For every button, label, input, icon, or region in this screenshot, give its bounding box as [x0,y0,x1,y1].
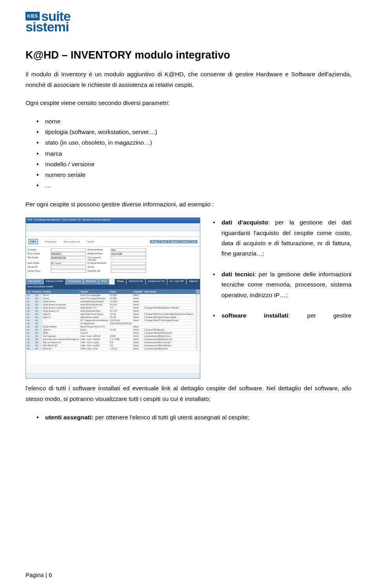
software-table: LinkProduttoreSoftwareVersioneDefaultEse… [26,289,200,364]
brand-sistemi: sistemi [26,21,351,33]
logo: KBS suite sistemi [26,10,351,33]
menu-item[interactable]: Servizi generali [64,241,80,243]
list-item: modello / versione [37,159,351,169]
page-number: 6 [49,571,52,578]
action-tabs: Rileggi Nuovo Aggiorna Elimina Lista [150,240,198,243]
list-item: dati d'acquisto: per la gestione dei dat… [213,217,351,259]
params-list: nome tipologia (software, workstation, s… [37,116,351,191]
tab[interactable]: Nuovo [160,240,168,243]
footer-label: Pagina | [26,571,49,578]
list-action[interactable]: Seleziona Tutti [126,279,145,285]
tab-active[interactable]: Software Installati [44,279,66,285]
list-item: stato (in uso, obsoleto, in magazzino…) [37,137,351,148]
list-item: marca [37,148,351,159]
sw-installati-body: l'elenco di tutti i software installati … [26,383,351,404]
browser-toolbar [26,223,200,231]
list-item: numero seriale [37,169,351,180]
list-item: utenti assegnati: per ottenere l'elenco … [37,412,351,423]
detail-tabs: Dati Acquisto Software Installati Connes… [26,279,200,285]
side-bullets: dati d'acquisto: per la gestione dei dat… [209,217,351,321]
tab[interactable]: Elimina [180,240,190,243]
two-column: KBS - Knowledge Management · Errevi Syst… [26,217,351,379]
page-footer: Pagina | 6 [26,571,52,578]
list-item: nome [37,116,351,127]
tab[interactable]: Dati Acquisto [26,279,44,285]
tab[interactable]: Connessione [66,279,84,285]
screenshot-mock: KBS - Knowledge Management · Errevi Syst… [26,217,200,379]
page-title: K@HD – INVENTORY modulo integrativo [26,49,351,61]
tab[interactable]: Lista [190,240,198,243]
list-item: … [37,180,351,191]
per-cespite-intro: Per ogni cespite si possono gestire dive… [26,199,351,209]
tab[interactable]: Aggiorna [169,240,180,243]
status-bar [26,373,200,378]
list-item: dati tecnici: per la gestione delle info… [213,269,351,300]
params-intro: Ogni cespite viene censito secondo diver… [26,98,351,108]
intro-paragraph: Il modulo di Inventory è un modulo aggiu… [26,69,351,90]
address-bar [26,231,200,237]
tab[interactable]: Riferimenti [84,279,99,285]
list-action[interactable]: Aggiorna [186,279,200,285]
window-titlebar: KBS - Knowledge Management · Errevi Syst… [26,218,200,223]
app-header: KBS Programmi Servizi generali Tabelle R… [26,237,200,247]
tab[interactable]: Rileggi [150,240,159,243]
tab[interactable]: IP/Cd [99,279,110,285]
list-item: tipologia (software, workstation, server… [37,127,351,137]
list-action[interactable]: Rileggi [114,279,126,285]
app-logo: KBS [28,239,38,244]
list-action[interactable]: Deseleziona Tutti [145,279,167,285]
list-header: Elenco Dei Software Installati [26,285,200,289]
menu-item[interactable]: Tabelle [87,241,94,243]
menu-item[interactable]: Programmi [45,241,57,243]
cespite-form: Id CespiteProduttore/MarcaNome CespiteMo… [26,247,200,279]
list-action[interactable]: Ins. nuovo SW [167,279,186,285]
utenti-list: utenti assegnati: per ottenere l'elenco … [37,412,351,423]
list-item: software installati: per gestire [213,311,351,321]
